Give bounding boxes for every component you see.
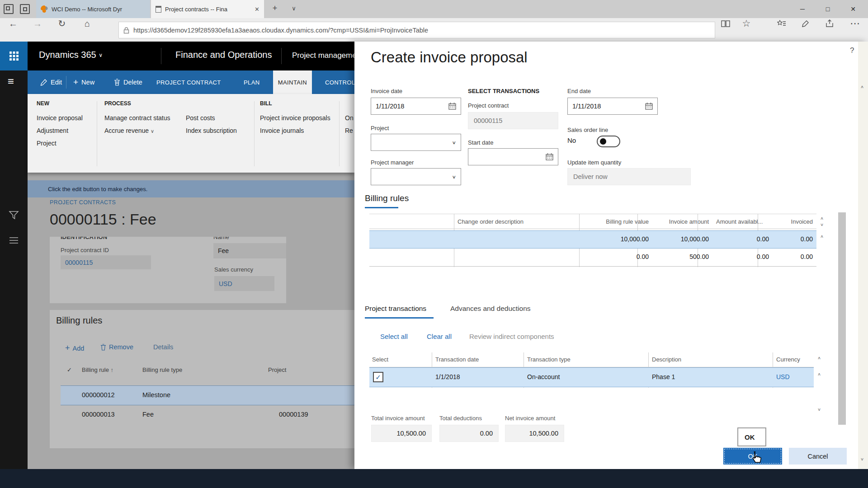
cell-amount-available[interactable]: 0.00 xyxy=(757,235,769,243)
sales-order-line-toggle[interactable] xyxy=(597,136,620,147)
web-note-pen-icon[interactable] xyxy=(797,17,813,30)
cell-billing-rule-value[interactable]: 0.00 xyxy=(637,253,649,260)
grid-scroll-down-icon[interactable]: ∨ xyxy=(820,222,824,227)
col-change-order-description[interactable]: Change order description xyxy=(458,218,524,225)
chevron-down-icon[interactable]: ∨ xyxy=(452,174,456,179)
column-header-billing-rule-type[interactable]: Billing rule type xyxy=(142,366,182,373)
forward-icon[interactable]: → xyxy=(30,17,45,30)
table-row[interactable]: 000000013 Fee 00000139 xyxy=(61,405,354,425)
chevron-down-icon[interactable]: ∨ xyxy=(452,140,456,145)
refresh-icon[interactable]: ↻ xyxy=(54,17,70,30)
col-transaction-type[interactable]: Transaction type xyxy=(527,356,571,363)
grid-scroll-up-icon[interactable]: ∧ xyxy=(817,356,821,360)
set-tabs-aside-icon[interactable] xyxy=(4,4,14,14)
cell-invoice-amount[interactable]: 10,000.00 xyxy=(681,235,709,243)
scroll-down-icon[interactable]: ∨ xyxy=(860,457,864,461)
cell-transaction-type[interactable]: On-account xyxy=(527,373,560,380)
hamburger-icon[interactable]: ≡ xyxy=(8,75,14,88)
clear-all-link[interactable]: Clear all xyxy=(427,333,452,340)
col-transaction-date[interactable]: Transaction date xyxy=(435,356,479,363)
task-list-icon[interactable] xyxy=(9,236,19,246)
new-button[interactable]: + New xyxy=(73,70,94,94)
new-tab-button[interactable]: + xyxy=(268,4,282,15)
menu-item-project-invoice-proposals[interactable]: Project invoice proposals xyxy=(260,114,330,122)
transaction-row-selected[interactable]: ✓ 1/1/2018 On-account Phase 1 USD xyxy=(369,367,814,387)
module-breadcrumb[interactable]: Project manageme xyxy=(292,51,354,60)
window-minimize-button[interactable]: ─ xyxy=(792,0,813,18)
review-indirect-components-link[interactable]: Review indirect components xyxy=(469,333,554,340)
table-row-selected[interactable]: 000000012 Milestone xyxy=(61,385,354,405)
tab-list-chevron-icon[interactable]: ∨ xyxy=(288,5,300,15)
dialog-scrollbar-thumb[interactable] xyxy=(838,212,846,425)
menu-item-post-costs[interactable]: Post costs xyxy=(186,114,215,122)
menu-item-invoice-proposal[interactable]: Invoice proposal xyxy=(37,114,83,122)
menu-item-manage-contract-status[interactable]: Manage contract status xyxy=(104,114,170,122)
window-maximize-button[interactable]: □ xyxy=(817,0,838,18)
col-select[interactable]: Select xyxy=(372,356,388,363)
close-tab-icon[interactable]: ✕ xyxy=(255,6,259,13)
project-combo[interactable]: ∨ xyxy=(371,134,461,151)
cell-billing-rule-value[interactable]: 10,000.00 xyxy=(621,235,649,243)
billing-rules-section-tab[interactable]: Billing rules xyxy=(365,193,409,203)
page-scrollbar[interactable]: ∧ ∨ xyxy=(858,42,868,469)
grid-row[interactable]: 0.00 500.00 0.00 0.00 xyxy=(369,249,816,267)
add-button[interactable]: +Add xyxy=(65,343,84,353)
calendar-icon[interactable] xyxy=(546,153,553,160)
product-name[interactable]: Finance and Operations xyxy=(175,50,272,60)
grid-scroll-up-icon[interactable]: ∧ xyxy=(817,372,821,376)
menu-item-accrue-revenue[interactable]: Accrue revenue ∨ xyxy=(104,127,154,134)
tab-plan[interactable]: PLAN xyxy=(244,70,260,94)
tab-project-contract[interactable]: PROJECT CONTRACT xyxy=(156,70,221,94)
favorite-star-icon[interactable]: ☆ xyxy=(739,17,754,30)
grid-row-selected[interactable]: 10,000.00 10,000.00 0.00 0.00 xyxy=(369,230,816,249)
cell-amount-available[interactable]: 0.00 xyxy=(757,253,769,260)
name-field[interactable]: Fee xyxy=(213,243,286,258)
cell-description[interactable]: Phase 1 xyxy=(652,373,675,380)
window-close-button[interactable]: ✕ xyxy=(843,0,863,18)
browser-tab-inactive[interactable]: WCI Demo -- Microsoft Dyr xyxy=(36,0,150,18)
cancel-button[interactable]: Cancel xyxy=(789,448,847,465)
tab-preview-icon[interactable] xyxy=(20,4,30,14)
url-field[interactable]: https://d365demov129f285930efa1a3aeaos.c… xyxy=(118,22,715,38)
billing-rule-link[interactable]: 000000012 xyxy=(82,391,115,399)
tab-advances-deductions[interactable]: Advances and deductions xyxy=(450,305,531,313)
help-icon[interactable]: ? xyxy=(850,46,854,55)
cell-currency-link[interactable]: USD xyxy=(776,373,790,380)
tab-project-transactions[interactable]: Project transactions xyxy=(365,305,426,313)
menu-item-index-subscription[interactable]: Index subscription xyxy=(186,127,237,134)
start-date-input[interactable] xyxy=(468,148,558,165)
select-all-link[interactable]: Select all xyxy=(380,333,408,340)
share-icon[interactable] xyxy=(822,17,837,30)
col-invoice-amount[interactable]: Invoice amount xyxy=(669,218,709,225)
menu-item-project[interactable]: Project xyxy=(37,140,57,147)
menu-item-adjustment[interactable]: Adjustment xyxy=(37,127,68,134)
hub-favorites-icon[interactable] xyxy=(774,17,789,30)
invoice-date-input[interactable]: 1/11/2018 xyxy=(371,98,461,115)
project-manager-combo[interactable]: ∨ xyxy=(371,168,461,185)
scroll-up-icon[interactable]: ∧ xyxy=(860,84,864,89)
calendar-icon[interactable] xyxy=(645,103,653,110)
menu-item-invoice-journals[interactable]: Invoice journals xyxy=(260,127,304,134)
details-button[interactable]: Details xyxy=(153,343,173,351)
col-invoiced[interactable]: Invoiced xyxy=(791,218,813,225)
filter-funnel-icon[interactable] xyxy=(9,211,19,221)
back-icon[interactable]: ← xyxy=(5,17,21,30)
browser-tab-active[interactable]: Project contracts -- Fina ✕ xyxy=(151,0,264,18)
settings-more-icon[interactable]: ⋯ xyxy=(847,17,863,30)
column-header-project[interactable]: Project xyxy=(268,366,286,373)
menu-item-clipped-2[interactable]: Re xyxy=(345,127,353,134)
sales-currency-field[interactable]: USD xyxy=(214,276,274,291)
reading-view-icon[interactable] xyxy=(718,17,733,30)
col-description[interactable]: Description xyxy=(652,356,681,363)
app-launcher-button[interactable] xyxy=(0,42,28,70)
col-amount-available[interactable]: Amount availabl... xyxy=(716,218,763,225)
select-all-check-icon[interactable]: ✓ xyxy=(67,366,72,373)
cell-invoiced[interactable]: 0.00 xyxy=(801,235,813,243)
delete-button[interactable]: Delete xyxy=(114,70,142,94)
col-currency[interactable]: Currency xyxy=(776,356,800,363)
remove-button[interactable]: Remove xyxy=(100,343,133,351)
home-icon[interactable]: ⌂ xyxy=(80,17,95,30)
grid-scroll-up-icon[interactable]: ∧ xyxy=(820,234,824,239)
tab-control[interactable]: CONTROL xyxy=(325,70,355,94)
grid-scroll-up-icon[interactable]: ∧ xyxy=(820,216,824,221)
